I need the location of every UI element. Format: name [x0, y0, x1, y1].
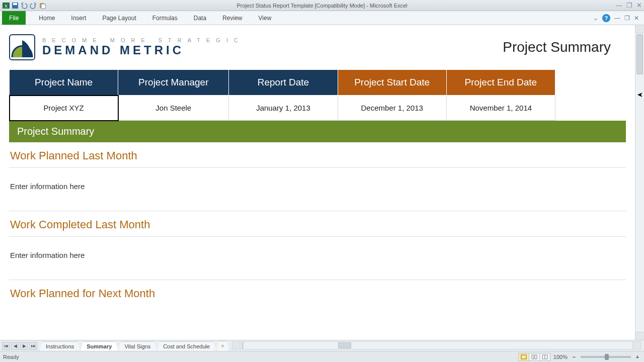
minimize-icon[interactable]: — — [616, 2, 622, 9]
zoom-slider[interactable] — [581, 356, 631, 358]
cell-end-date[interactable]: November 1, 2014 — [446, 96, 555, 121]
zoom-label: 100% — [553, 354, 568, 360]
sheet-tab-summary[interactable]: Summary — [80, 341, 118, 351]
zoom-slider-thumb[interactable] — [605, 354, 609, 360]
view-buttons — [519, 353, 550, 361]
sheet-nav-last-icon[interactable]: ⏭ — [29, 342, 37, 350]
statusbar: Ready 100% − + — [0, 351, 644, 362]
ribbon-tab-page-layout[interactable]: Page Layout — [94, 11, 144, 25]
zoom-out-icon[interactable]: − — [571, 353, 578, 360]
redo-icon[interactable] — [29, 2, 37, 10]
ribbon-tab-home[interactable]: Home — [31, 11, 63, 25]
excel-icon: X — [2, 2, 10, 10]
help-icon[interactable]: ? — [602, 14, 610, 22]
vertical-scrollbar[interactable] — [635, 25, 644, 340]
project-info-table: Project Name Project Manager Report Date… — [9, 69, 555, 121]
sheet-tabs: Instructions Summary Vital Signs Cost an… — [39, 340, 229, 351]
sheet-nav-next-icon[interactable]: ▶ — [20, 342, 28, 350]
cell-project-manager[interactable]: Jon Steele — [118, 96, 229, 121]
window-title: Project Status Report Template [Compatib… — [0, 3, 644, 9]
scroll-thumb[interactable] — [636, 34, 643, 74]
view-page-break-icon[interactable] — [539, 353, 550, 361]
zoom-in-icon[interactable]: + — [634, 353, 641, 360]
sheet-area[interactable]: Become More Strategic DEMAND METRIC Proj… — [0, 25, 635, 340]
sheet-tab-instructions[interactable]: Instructions — [39, 341, 80, 351]
page-title: Project Summary — [503, 39, 626, 55]
save-icon[interactable] — [11, 2, 19, 10]
ribbon-minimize-icon[interactable]: ⌄ — [593, 15, 598, 22]
ribbon-tab-review[interactable]: Review — [214, 11, 250, 25]
logo-brand: DEMAND METRIC — [42, 43, 244, 57]
body-planned-last[interactable]: Enter information here — [9, 168, 626, 211]
ribbon-tab-view[interactable]: View — [251, 11, 280, 25]
svg-rect-7 — [532, 355, 534, 359]
heading-planned-last: Work Planned Last Month — [9, 142, 626, 167]
sheet-nav-buttons: ⏮ ◀ ▶ ⏭ — [0, 340, 39, 351]
sheet-nav-first-icon[interactable]: ⏮ — [2, 342, 10, 350]
section-planned-last-body: Enter information here — [9, 168, 626, 211]
maximize-icon[interactable]: ❐ — [626, 2, 632, 9]
col-report-date: Report Date — [229, 70, 338, 96]
window-restore-icon[interactable]: ❐ — [624, 15, 630, 22]
svg-rect-5 — [41, 4, 45, 9]
file-tab[interactable]: File — [2, 11, 26, 25]
cell-project-name[interactable]: Project XYZ — [10, 96, 118, 121]
ribbon-tab-data[interactable]: Data — [186, 11, 214, 25]
paste-icon[interactable] — [38, 2, 46, 10]
section-completed-last: Work Completed Last Month — [9, 211, 626, 237]
sheet-tab-new-icon[interactable]: ✧ — [216, 341, 229, 351]
svg-text:X: X — [5, 4, 8, 9]
window-minimize-icon[interactable]: — — [614, 15, 620, 22]
cell-report-date[interactable]: January 1, 2013 — [229, 96, 338, 121]
quick-access-toolbar: X — [2, 2, 46, 10]
logo-header: Become More Strategic DEMAND METRIC Proj… — [0, 30, 635, 65]
workbook-close-icon[interactable]: ✕ — [634, 15, 639, 22]
workspace: Become More Strategic DEMAND METRIC Proj… — [0, 25, 644, 340]
ribbon-tab-formulas[interactable]: Formulas — [144, 11, 186, 25]
sheet-tab-vital-signs[interactable]: Vital Signs — [118, 341, 157, 351]
hscroll-thumb[interactable] — [338, 342, 351, 348]
cell-start-date[interactable]: December 1, 2013 — [338, 96, 446, 121]
section-planned-last: Work Planned Last Month — [9, 142, 626, 168]
status-ready: Ready — [3, 354, 19, 360]
hscroll-left-icon[interactable] — [232, 342, 240, 349]
undo-icon[interactable] — [20, 2, 28, 10]
scroll-up-icon[interactable] — [635, 25, 644, 33]
sheet-nav-prev-icon[interactable]: ◀ — [11, 342, 19, 350]
section-band-summary: Project Summary — [9, 121, 626, 142]
view-normal-icon[interactable] — [518, 353, 529, 361]
col-end-date: Project End Date — [446, 70, 555, 96]
col-project-name: Project Name — [10, 70, 118, 96]
hscroll-split[interactable] — [242, 342, 244, 349]
section-planned-next: Work Planned for Next Month — [9, 280, 626, 305]
view-page-layout-icon[interactable] — [529, 353, 540, 361]
ribbon: File Home Insert Page Layout Formulas Da… — [0, 11, 644, 25]
col-project-manager: Project Manager — [118, 70, 229, 96]
svg-rect-3 — [13, 3, 17, 5]
logo-tagline: Become More Strategic — [42, 37, 244, 43]
scroll-down-icon[interactable] — [635, 332, 644, 340]
svg-rect-6 — [521, 355, 526, 359]
body-completed-last[interactable]: Enter information here — [9, 237, 626, 280]
section-completed-last-body: Enter information here — [9, 237, 626, 280]
close-icon[interactable]: ✕ — [636, 2, 642, 9]
hscroll-right-icon[interactable] — [632, 342, 640, 349]
heading-planned-next: Work Planned for Next Month — [9, 280, 626, 305]
titlebar: X Project Status Report Template [Compat… — [0, 0, 644, 11]
col-start-date: Project Start Date — [338, 70, 446, 96]
heading-completed-last: Work Completed Last Month — [9, 211, 626, 236]
sheet-tab-cost-schedule[interactable]: Cost and Schedule — [156, 341, 216, 351]
horizontal-scrollbar[interactable] — [232, 341, 641, 349]
logo-icon — [9, 34, 35, 60]
svg-rect-8 — [535, 355, 537, 359]
ribbon-tab-insert[interactable]: Insert — [63, 11, 94, 25]
sheet-tabs-row: ⏮ ◀ ▶ ⏭ Instructions Summary Vital Signs… — [0, 340, 644, 351]
